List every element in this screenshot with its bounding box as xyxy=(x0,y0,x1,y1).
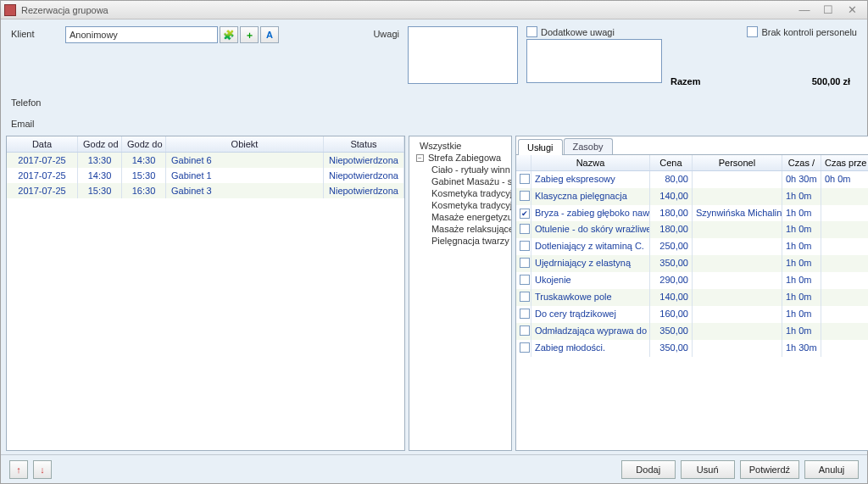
col-date[interactable]: Data xyxy=(7,136,78,152)
email-label: Email xyxy=(11,116,62,129)
tree-root[interactable]: Wszystkie xyxy=(411,140,509,152)
col-name[interactable]: Nazwa xyxy=(531,155,650,170)
service-checkbox[interactable] xyxy=(520,292,530,302)
service-checkbox[interactable]: ✔ xyxy=(520,209,530,219)
service-row[interactable]: Do cery trądzikowej160,001h 0m xyxy=(516,306,868,323)
add-button[interactable]: Dodaj xyxy=(621,460,676,479)
phone-label: Telefon xyxy=(11,95,62,108)
service-checkbox[interactable] xyxy=(520,224,530,234)
service-row[interactable]: Ukojenie290,001h 0m xyxy=(516,272,868,289)
service-checkbox[interactable] xyxy=(520,241,530,251)
col-staff[interactable]: Personel xyxy=(693,155,782,170)
reservations-grid: Data Godz od Godz do Obiekt Status 2017-… xyxy=(6,136,405,451)
app-icon xyxy=(4,4,16,16)
service-checkbox[interactable] xyxy=(520,309,530,319)
titlebar: Rezerwacja grupowa — ☐ ✕ xyxy=(1,1,867,19)
reservation-row[interactable]: 2017-07-2515:3016:30Gabinet 3Niepotwierd… xyxy=(7,183,404,198)
col-time-to[interactable]: Godz do xyxy=(122,136,166,152)
col-status[interactable]: Status xyxy=(324,136,404,152)
col-time-from[interactable]: Godz od xyxy=(78,136,122,152)
tab-resources[interactable]: Zasoby xyxy=(564,138,613,154)
client-lookup-button[interactable]: 🧩 xyxy=(220,26,238,43)
tab-services[interactable]: Usługi xyxy=(518,139,563,155)
col-object[interactable]: Obiekt xyxy=(166,136,324,152)
extra-notes-checkbox[interactable] xyxy=(526,26,537,37)
total-label: Razem xyxy=(670,76,700,86)
client-input[interactable] xyxy=(65,26,218,43)
cancel-button[interactable]: Anuluj xyxy=(804,460,859,479)
tree-item[interactable]: Kosmetyka tradycyjna xyxy=(411,187,509,199)
tree-item[interactable]: Masaże relaksujące xyxy=(411,223,509,235)
service-row[interactable]: Ujędrniający z elastyną350,001h 0m xyxy=(516,255,868,272)
service-checkbox[interactable] xyxy=(520,325,530,336)
col-price[interactable]: Cena xyxy=(650,155,693,170)
service-row[interactable]: Zabieg ekspresowy80,000h 30m0h 0m xyxy=(516,171,868,188)
minimize-button[interactable]: — xyxy=(793,3,816,16)
col-check[interactable] xyxy=(516,155,531,170)
close-button[interactable]: ✕ xyxy=(840,3,864,16)
extra-notes-textarea[interactable] xyxy=(526,39,662,83)
service-row[interactable]: Dotleniający z witaminą C.250,001h 0m xyxy=(516,238,868,255)
client-label: Klient xyxy=(11,26,62,39)
tree-group[interactable]: −Strefa Zabiegowa xyxy=(411,152,509,164)
service-row[interactable]: Otulenie - do skóry wrażliwej180,001h 0m xyxy=(516,221,868,238)
service-checkbox[interactable] xyxy=(520,191,530,201)
service-checkbox[interactable] xyxy=(520,342,530,353)
tree-item[interactable]: Ciało - rytuały winn xyxy=(411,164,509,175)
category-tree: Wszystkie −Strefa ZabiegowaCiało - rytua… xyxy=(409,136,512,451)
reservation-row[interactable]: 2017-07-2514:3015:30Gabinet 1Niepotwierd… xyxy=(7,168,404,183)
total-value: 500,00 zł xyxy=(812,76,850,86)
extra-notes-label: Dodatkowe uwagi xyxy=(541,27,615,37)
services-panel: Usługi Zasoby Nazwa Cena Personel Czas /… xyxy=(515,136,868,451)
tree-item[interactable]: Pielęgnacja twarzy - xyxy=(411,235,509,247)
tree-item[interactable]: Gabinet Masażu - sta xyxy=(411,175,509,187)
maximize-button[interactable]: ☐ xyxy=(816,3,840,16)
header-area: Klient 🧩 ＋ А Uwagi Dodatkowe uwagi Brak … xyxy=(1,19,867,132)
service-row[interactable]: Odmładzająca wyprawa do tropil350,001h 0… xyxy=(516,323,868,340)
tree-item[interactable]: Masaże energetyzując xyxy=(411,211,509,223)
move-up-button[interactable]: ↑ xyxy=(9,460,28,479)
move-down-button[interactable]: ↓ xyxy=(33,460,52,479)
delete-button[interactable]: Usuń xyxy=(681,460,735,479)
tree-item[interactable]: Kosmetyka tradycyjna xyxy=(411,199,509,211)
client-info-button[interactable]: А xyxy=(260,26,279,43)
footer: ↑ ↓ Dodaj Usuń Potwierdź Anuluj xyxy=(1,454,867,483)
service-checkbox[interactable] xyxy=(520,275,530,285)
service-checkbox[interactable] xyxy=(520,258,530,268)
service-checkbox[interactable] xyxy=(520,174,530,184)
col-prep-time[interactable]: Czas prze xyxy=(821,155,868,170)
no-staff-control-label: Brak kontroli personelu xyxy=(761,27,857,37)
no-staff-control-checkbox[interactable] xyxy=(747,26,758,37)
col-time[interactable]: Czas / xyxy=(782,155,821,170)
reservation-row[interactable]: 2017-07-2513:3014:30Gabinet 6Niepotwierd… xyxy=(7,153,404,168)
service-row[interactable]: ✔Bryza - zabieg głęboko nawilżają180,00S… xyxy=(516,205,868,221)
group-reservation-window: Rezerwacja grupowa — ☐ ✕ Klient 🧩 ＋ А Uw… xyxy=(0,0,868,484)
service-row[interactable]: Klasyczna pielęgnacja140,001h 0m xyxy=(516,188,868,205)
confirm-button[interactable]: Potwierdź xyxy=(740,460,799,479)
window-title: Rezerwacja grupowa xyxy=(21,5,108,15)
client-add-button[interactable]: ＋ xyxy=(240,26,259,43)
notes-label: Uwagi xyxy=(348,26,399,39)
notes-textarea[interactable] xyxy=(408,26,518,84)
service-row[interactable]: Zabieg młodości.350,001h 30m xyxy=(516,340,868,357)
service-row[interactable]: Truskawkowe pole140,001h 0m xyxy=(516,289,868,306)
